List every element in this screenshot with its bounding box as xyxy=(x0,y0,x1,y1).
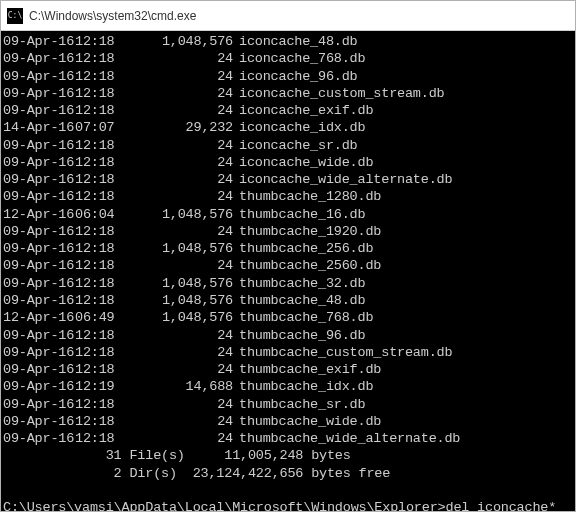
file-name: thumbcache_1280.db xyxy=(239,188,381,205)
file-date: 09-Apr-16 xyxy=(3,85,75,102)
file-row: 09-Apr-1612:1824thumbcache_wide_alternat… xyxy=(3,430,573,447)
file-time: 12:18 xyxy=(75,413,129,430)
file-date: 09-Apr-16 xyxy=(3,378,75,395)
file-date: 14-Apr-16 xyxy=(3,119,75,136)
file-date: 09-Apr-16 xyxy=(3,223,75,240)
file-row: 09-Apr-1612:1824iconcache_96.db xyxy=(3,68,573,85)
file-name: thumbcache_96.db xyxy=(239,327,365,344)
file-size: 24 xyxy=(129,344,239,361)
file-size: 29,232 xyxy=(129,119,239,136)
file-time: 12:18 xyxy=(75,102,129,119)
file-size: 1,048,576 xyxy=(129,275,239,292)
file-date: 12-Apr-16 xyxy=(3,309,75,326)
file-size: 1,048,576 xyxy=(129,206,239,223)
file-size: 14,688 xyxy=(129,378,239,395)
file-date: 09-Apr-16 xyxy=(3,137,75,154)
file-date: 09-Apr-16 xyxy=(3,68,75,85)
file-date: 09-Apr-16 xyxy=(3,102,75,119)
file-size: 24 xyxy=(129,223,239,240)
file-name: thumbcache_256.db xyxy=(239,240,373,257)
file-date: 09-Apr-16 xyxy=(3,413,75,430)
file-time: 12:18 xyxy=(75,50,129,67)
file-time: 12:18 xyxy=(75,137,129,154)
window-title: C:\Windows\system32\cmd.exe xyxy=(29,9,196,23)
file-date: 09-Apr-16 xyxy=(3,430,75,447)
file-time: 12:19 xyxy=(75,378,129,395)
file-row: 09-Apr-1612:1824thumbcache_custom_stream… xyxy=(3,344,573,361)
file-size: 1,048,576 xyxy=(129,309,239,326)
file-size: 24 xyxy=(129,137,239,154)
cmd-window: C:\ C:\Windows\system32\cmd.exe 09-Apr-1… xyxy=(0,0,576,512)
file-row: 09-Apr-1612:1824iconcache_exif.db xyxy=(3,102,573,119)
file-name: thumbcache_2560.db xyxy=(239,257,381,274)
file-time: 12:18 xyxy=(75,171,129,188)
file-row: 09-Apr-1612:181,048,576thumbcache_256.db xyxy=(3,240,573,257)
summary-files: 31 File(s) 11,005,248 bytes xyxy=(3,447,573,464)
file-name: thumbcache_48.db xyxy=(239,292,365,309)
file-time: 12:18 xyxy=(75,344,129,361)
file-time: 12:18 xyxy=(75,85,129,102)
file-date: 12-Apr-16 xyxy=(3,206,75,223)
prompt-path: C:\Users\vamsi\AppData\Local\Microsoft\W… xyxy=(3,500,445,511)
file-time: 06:04 xyxy=(75,206,129,223)
file-name: thumbcache_32.db xyxy=(239,275,365,292)
titlebar[interactable]: C:\ C:\Windows\system32\cmd.exe xyxy=(1,1,575,31)
file-time: 12:18 xyxy=(75,240,129,257)
file-name: iconcache_custom_stream.db xyxy=(239,85,444,102)
file-row: 09-Apr-1612:181,048,576iconcache_48.db xyxy=(3,33,573,50)
file-date: 09-Apr-16 xyxy=(3,361,75,378)
file-size: 24 xyxy=(129,85,239,102)
file-name: iconcache_sr.db xyxy=(239,137,358,154)
file-row: 09-Apr-1612:1824iconcache_wide_alternate… xyxy=(3,171,573,188)
file-size: 1,048,576 xyxy=(129,240,239,257)
file-row: 14-Apr-1607:0729,232iconcache_idx.db xyxy=(3,119,573,136)
file-row: 09-Apr-1612:1824thumbcache_wide.db xyxy=(3,413,573,430)
file-row: 12-Apr-1606:041,048,576thumbcache_16.db xyxy=(3,206,573,223)
file-name: thumbcache_wide_alternate.db xyxy=(239,430,460,447)
file-size: 1,048,576 xyxy=(129,292,239,309)
file-date: 09-Apr-16 xyxy=(3,50,75,67)
file-row: 09-Apr-1612:1824thumbcache_1920.db xyxy=(3,223,573,240)
file-time: 12:18 xyxy=(75,154,129,171)
file-time: 12:18 xyxy=(75,68,129,85)
file-date: 09-Apr-16 xyxy=(3,171,75,188)
file-date: 09-Apr-16 xyxy=(3,240,75,257)
file-row: 12-Apr-1606:491,048,576thumbcache_768.db xyxy=(3,309,573,326)
prompt-command[interactable]: del iconcache* xyxy=(445,500,556,511)
file-time: 12:18 xyxy=(75,361,129,378)
file-name: thumbcache_custom_stream.db xyxy=(239,344,452,361)
file-name: iconcache_48.db xyxy=(239,33,358,50)
file-time: 12:18 xyxy=(75,223,129,240)
terminal-output[interactable]: 09-Apr-1612:181,048,576iconcache_48.db09… xyxy=(1,31,575,511)
file-date: 09-Apr-16 xyxy=(3,344,75,361)
file-name: iconcache_768.db xyxy=(239,50,365,67)
file-name: thumbcache_sr.db xyxy=(239,396,365,413)
file-name: iconcache_96.db xyxy=(239,68,358,85)
file-size: 24 xyxy=(129,50,239,67)
file-row: 09-Apr-1612:1824thumbcache_96.db xyxy=(3,327,573,344)
file-date: 09-Apr-16 xyxy=(3,396,75,413)
file-name: thumbcache_wide.db xyxy=(239,413,381,430)
file-time: 12:18 xyxy=(75,257,129,274)
file-size: 24 xyxy=(129,154,239,171)
file-row: 09-Apr-1612:1824iconcache_custom_stream.… xyxy=(3,85,573,102)
file-date: 09-Apr-16 xyxy=(3,188,75,205)
file-size: 24 xyxy=(129,430,239,447)
file-time: 12:18 xyxy=(75,188,129,205)
file-time: 12:18 xyxy=(75,292,129,309)
file-size: 24 xyxy=(129,257,239,274)
file-size: 24 xyxy=(129,327,239,344)
file-name: iconcache_wide.db xyxy=(239,154,373,171)
file-row: 09-Apr-1612:181,048,576thumbcache_32.db xyxy=(3,275,573,292)
file-row: 09-Apr-1612:181,048,576thumbcache_48.db xyxy=(3,292,573,309)
file-date: 09-Apr-16 xyxy=(3,33,75,50)
prompt-line: C:\Users\vamsi\AppData\Local\Microsoft\W… xyxy=(3,499,573,511)
file-size: 24 xyxy=(129,361,239,378)
file-size: 24 xyxy=(129,188,239,205)
file-name: iconcache_idx.db xyxy=(239,119,365,136)
file-time: 06:49 xyxy=(75,309,129,326)
file-date: 09-Apr-16 xyxy=(3,154,75,171)
file-size: 24 xyxy=(129,68,239,85)
file-name: thumbcache_768.db xyxy=(239,309,373,326)
file-name: thumbcache_1920.db xyxy=(239,223,381,240)
